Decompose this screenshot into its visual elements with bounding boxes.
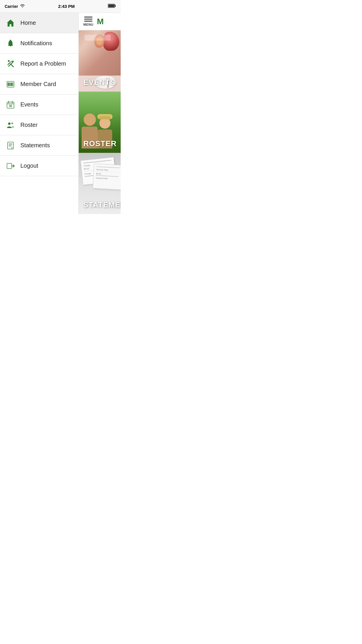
sidebar-item-home[interactable]: Home (0, 13, 78, 33)
svg-point-3 (10, 40, 11, 41)
sidebar-item-logout[interactable]: Logout (0, 156, 78, 176)
status-carrier-wifi: Carrier (5, 4, 25, 9)
hamburger-line-3 (84, 21, 92, 22)
tile-events[interactable]: EVENTS (79, 30, 121, 92)
events-tile-label: EVENTS (83, 78, 115, 87)
content-topbar: MENU M (79, 13, 121, 30)
bell-icon (6, 39, 15, 48)
tile-statements[interactable]: Charge $0.00 Charge Amount Paid $0.00 Am… (79, 153, 121, 214)
app-title-initial: M (97, 17, 103, 26)
sidebar-item-notifications[interactable]: Notifications (0, 33, 78, 54)
hamburger-line-2 (84, 19, 92, 20)
tile-roster[interactable]: ROSTER (79, 92, 121, 153)
status-time: 2:43 PM (58, 4, 75, 9)
svg-point-6 (8, 60, 10, 62)
events-label: Events (20, 101, 38, 108)
svg-rect-1 (115, 5, 116, 7)
member-card-label: Member Card (20, 81, 56, 88)
home-label: Home (20, 20, 36, 26)
sidebar-item-statements[interactable]: $ Statements (0, 135, 78, 156)
sidebar-item-member-card[interactable]: Member Card (0, 74, 78, 94)
notifications-label: Notifications (20, 40, 52, 47)
sidebar: Home Notifications (0, 13, 79, 215)
svg-rect-2 (108, 5, 115, 7)
statements-icon: $ (6, 141, 15, 150)
logout-icon (6, 161, 15, 171)
tiles-container: EVENTS (79, 30, 121, 215)
svg-text:$: $ (11, 147, 13, 149)
content-panel: MENU M EVENTS (79, 13, 121, 215)
svg-text:30: 30 (9, 104, 12, 108)
roster-icon (6, 120, 15, 130)
svg-rect-25 (8, 142, 13, 149)
status-bar: Carrier 2:43 PM (0, 0, 121, 13)
svg-point-23 (8, 123, 10, 125)
carrier-label: Carrier (5, 4, 18, 9)
app-container: Home Notifications (0, 13, 121, 215)
svg-point-8 (12, 61, 14, 62)
menu-button[interactable]: MENU (83, 17, 93, 26)
sidebar-item-roster[interactable]: Roster (0, 115, 78, 135)
report-label: Report a Problem (20, 60, 66, 67)
home-icon (6, 18, 15, 28)
hamburger-line-1 (84, 17, 92, 18)
roster-tile-label: ROSTER (83, 139, 117, 148)
wifi-icon (20, 4, 25, 9)
barcode-icon (6, 80, 15, 89)
roster-label: Roster (20, 122, 38, 128)
sidebar-item-events[interactable]: 30 Events (0, 94, 78, 115)
svg-point-24 (11, 123, 13, 124)
statements-tile-label: STATEMEN... (83, 200, 121, 209)
statements-label: Statements (20, 142, 50, 149)
menu-btn-label: MENU (83, 23, 93, 26)
hamburger-icon (84, 17, 92, 22)
calendar-icon: 30 (6, 100, 15, 109)
wrench-icon (6, 59, 15, 69)
svg-rect-30 (7, 163, 12, 169)
battery-icon (108, 4, 116, 9)
sidebar-item-report[interactable]: Report a Problem (0, 54, 78, 74)
logout-label: Logout (20, 162, 38, 169)
